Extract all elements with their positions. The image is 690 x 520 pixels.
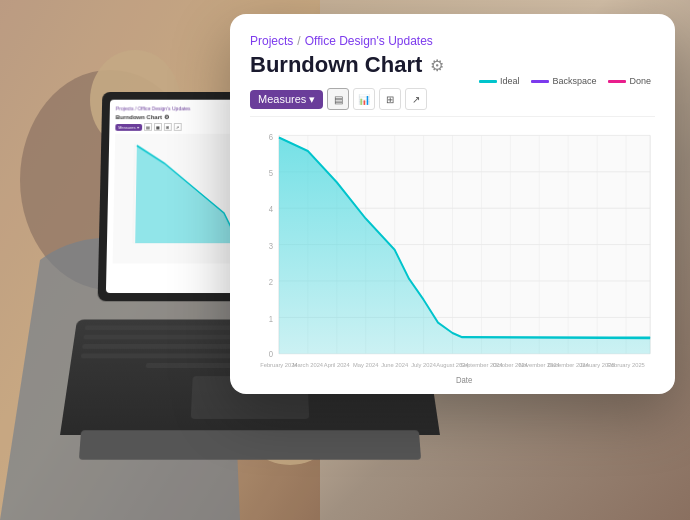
svg-text:May 2024: May 2024	[353, 362, 379, 368]
legend-ideal: Ideal	[479, 76, 520, 86]
svg-text:6: 6	[269, 132, 274, 141]
legend-label-ideal: Ideal	[500, 76, 520, 86]
gear-icon[interactable]: ⚙	[430, 56, 444, 75]
svg-text:July 2024: July 2024	[411, 362, 436, 368]
toolbar-icon-grid[interactable]: ⊞	[379, 88, 401, 110]
measures-chevron: ▾	[309, 93, 315, 106]
burndown-chart-svg: 6 5 4 3 2 1 0 February 2024 March 2024 A…	[250, 125, 655, 385]
measures-label: Measures	[258, 93, 306, 105]
svg-text:5: 5	[269, 169, 274, 178]
legend-done: Done	[608, 76, 651, 86]
chart-area: 6 5 4 3 2 1 0 February 2024 March 2024 A…	[250, 125, 655, 385]
svg-text:Date: Date	[456, 376, 473, 385]
svg-text:April 2024: April 2024	[324, 362, 351, 368]
main-card: Projects / Office Design's Updates Burnd…	[230, 14, 675, 394]
legend-dot-backspace	[531, 80, 549, 83]
page-title-row: Burndown Chart ⚙	[250, 52, 655, 78]
svg-text:3: 3	[269, 242, 274, 251]
breadcrumb-projects[interactable]: Projects	[250, 34, 293, 48]
toolbar-icon-chart[interactable]: 📊	[353, 88, 375, 110]
chart-legend: Ideal Backspace Done	[479, 76, 651, 86]
legend-label-backspace: Backspace	[552, 76, 596, 86]
laptop-base	[79, 430, 421, 460]
breadcrumb-project-name[interactable]: Office Design's Updates	[305, 34, 433, 48]
measures-button[interactable]: Measures ▾	[250, 90, 323, 109]
legend-dot-ideal	[479, 80, 497, 83]
svg-text:1: 1	[269, 314, 274, 323]
breadcrumb: Projects / Office Design's Updates	[250, 34, 655, 48]
svg-text:0: 0	[269, 350, 274, 359]
breadcrumb-separator: /	[297, 34, 300, 48]
svg-text:4: 4	[269, 205, 274, 214]
legend-backspace: Backspace	[531, 76, 596, 86]
small-icon-1: ▤	[144, 123, 152, 131]
svg-text:March 2024: March 2024	[293, 362, 324, 368]
page-title: Burndown Chart	[250, 52, 422, 78]
legend-dot-done	[608, 80, 626, 83]
svg-text:2: 2	[269, 278, 274, 287]
chart-toolbar: Measures ▾ ▤ 📊 ⊞ ↗	[250, 88, 655, 117]
small-measures-btn: Measures ▾	[115, 124, 142, 131]
legend-label-done: Done	[629, 76, 651, 86]
small-icon-3: ⊞	[164, 123, 172, 131]
small-icon-2: ▦	[154, 123, 162, 131]
small-icon-4: ↗	[173, 123, 181, 131]
toolbar-icon-bar[interactable]: ▤	[327, 88, 349, 110]
svg-text:February 2025: February 2025	[607, 362, 645, 368]
toolbar-icon-export[interactable]: ↗	[405, 88, 427, 110]
svg-text:June 2024: June 2024	[381, 362, 409, 368]
